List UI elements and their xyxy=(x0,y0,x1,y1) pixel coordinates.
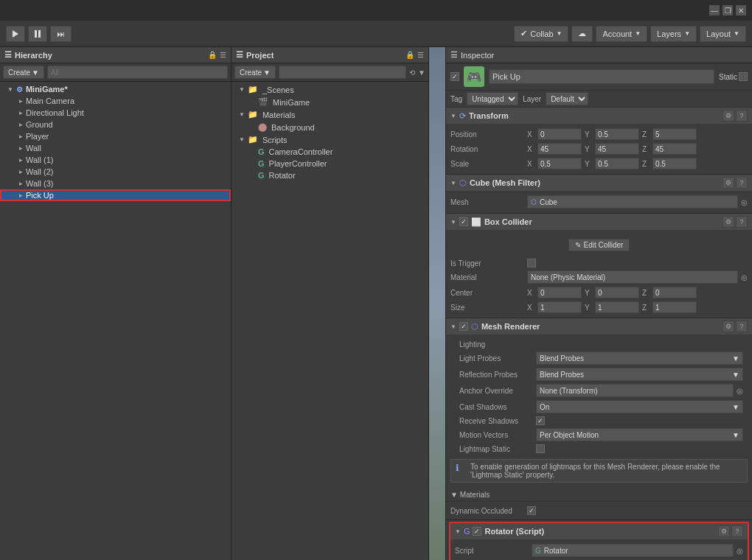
scale-z-input[interactable] xyxy=(652,158,697,169)
minimize-button[interactable]: — xyxy=(709,5,720,15)
project-create-button[interactable]: Create ▼ xyxy=(234,66,276,79)
layout-button[interactable]: Layout ▼ xyxy=(700,26,746,42)
layer-select[interactable]: Default xyxy=(546,92,588,105)
mesh-renderer-extra-icon[interactable]: ? xyxy=(736,321,748,332)
rotator-header[interactable]: ▼ G Rotator (Script) ⚙ ? xyxy=(450,523,748,539)
position-y-input[interactable] xyxy=(595,128,639,140)
object-name-field[interactable] xyxy=(489,69,714,84)
collab-button[interactable]: ✔ Collab ▼ xyxy=(514,26,568,42)
rotation-xyz: X Y Z xyxy=(527,143,748,155)
box-collider-header[interactable]: ▼ ⬜ Box Collider ⚙ ? xyxy=(446,214,752,230)
hierarchy-menu-icon[interactable]: ☰ xyxy=(220,51,226,59)
transform-settings-icon[interactable]: ⚙ xyxy=(723,110,734,122)
rotator-settings-icon[interactable]: ⚙ xyxy=(718,525,730,537)
transform-extra-icon[interactable]: ? xyxy=(736,110,748,122)
edit-collider-button[interactable]: ✎ Edit Collider xyxy=(568,239,630,251)
box-collider-settings-icon[interactable]: ⚙ xyxy=(723,216,734,228)
cloud-button[interactable]: ☁ xyxy=(571,26,593,42)
project-item-scripts[interactable]: ▼📁Scripts xyxy=(231,133,428,146)
project-item-rotator[interactable]: GRotator xyxy=(231,169,428,181)
light-probes-dropdown[interactable]: Blend Probes ▼ xyxy=(536,351,743,365)
size-y-input[interactable] xyxy=(595,301,639,313)
position-x-input[interactable] xyxy=(537,128,582,140)
mesh-select-icon[interactable]: ◎ xyxy=(741,198,748,206)
mesh-renderer-header[interactable]: ▼ ⬡ Mesh Renderer ⚙ ? xyxy=(446,318,752,335)
rotation-z-input[interactable] xyxy=(652,143,697,155)
mesh-renderer-enabled-checkbox[interactable] xyxy=(459,322,468,331)
lightmap-static-checkbox[interactable] xyxy=(536,444,545,453)
transform-expand-arrow: ▼ xyxy=(450,113,456,119)
project-item-cameracontroller[interactable]: GCameraController xyxy=(231,146,428,158)
layers-button[interactable]: Layers ▼ xyxy=(650,26,697,42)
maximize-button[interactable]: ❐ xyxy=(723,5,733,15)
hierarchy-item-directional-light[interactable]: ▸Directional Light xyxy=(0,107,231,119)
info-icon: ℹ xyxy=(456,463,466,473)
hierarchy-search-input[interactable] xyxy=(47,66,228,79)
script-row: Script G Rotator ◎ xyxy=(455,542,743,559)
scale-y-input[interactable] xyxy=(595,158,639,169)
center-x-input[interactable] xyxy=(537,287,582,298)
account-button[interactable]: Account ▼ xyxy=(596,26,647,42)
box-collider-enabled-checkbox[interactable] xyxy=(459,217,468,226)
transform-header[interactable]: ▼ ⟳ Transform ⚙ ? xyxy=(446,108,752,124)
project-item-materials[interactable]: ▼📁Materials xyxy=(231,108,428,121)
rotation-x-input[interactable] xyxy=(537,143,582,155)
project-menu-icon[interactable]: ☰ xyxy=(417,51,424,59)
hierarchy-item-label: Directional Light xyxy=(26,108,84,117)
hierarchy-panel-icons[interactable]: 🔒 ☰ xyxy=(208,51,226,59)
hierarchy-item-player[interactable]: ▸Player xyxy=(0,130,231,142)
hierarchy-item-wall-(2)[interactable]: ▸Wall (2) xyxy=(0,166,231,178)
close-button[interactable]: ✕ xyxy=(736,5,746,15)
hierarchy-lock-icon[interactable]: 🔒 xyxy=(208,51,217,59)
center-y-input[interactable] xyxy=(595,287,639,298)
hierarchy-item-wall-(1)[interactable]: ▸Wall (1) xyxy=(0,154,231,166)
step-button[interactable]: ⏭ xyxy=(50,26,72,42)
size-x-input[interactable] xyxy=(537,301,582,313)
mesh-renderer-settings-icon[interactable]: ⚙ xyxy=(723,321,734,332)
light-probes-row: Light Probes Blend Probes ▼ xyxy=(459,350,743,366)
hierarchy-item-wall-(3)[interactable]: ▸Wall (3) xyxy=(0,178,231,189)
mesh-row: Mesh ⬡ Cube ◎ xyxy=(450,194,748,210)
static-checkbox[interactable] xyxy=(739,72,748,81)
object-active-checkbox[interactable] xyxy=(450,72,459,81)
scale-x-input[interactable] xyxy=(537,158,582,169)
rotator-extra-icon[interactable]: ? xyxy=(731,525,743,537)
center-z-input[interactable] xyxy=(652,287,697,298)
hierarchy-item-wall[interactable]: ▸Wall xyxy=(0,142,231,154)
collider-material-select-icon[interactable]: ◎ xyxy=(741,273,748,281)
project-filter-icon: ▼ xyxy=(418,69,425,77)
script-select-icon[interactable]: ◎ xyxy=(737,547,743,555)
play-button[interactable] xyxy=(6,26,25,42)
project-item-minigame[interactable]: 🎬MiniGame xyxy=(231,96,428,108)
mesh-filter-settings-icon[interactable]: ⚙ xyxy=(723,177,734,189)
project-item-_scenes[interactable]: ▼📁_Scenes xyxy=(231,83,428,96)
script-field: G Rotator xyxy=(532,544,734,557)
position-z-input[interactable] xyxy=(652,128,697,140)
size-z-input[interactable] xyxy=(652,301,697,313)
project-item-background[interactable]: ⬤Background xyxy=(231,121,428,133)
hierarchy-item-ground[interactable]: ▸Ground xyxy=(0,119,231,130)
hierarchy-item-pick-up[interactable]: ▸Pick Up xyxy=(0,189,231,201)
motion-vectors-dropdown[interactable]: Per Object Motion ▼ xyxy=(536,428,743,441)
hierarchy-item-main-camera[interactable]: ▸Main Camera xyxy=(0,95,231,107)
receive-shadows-checkbox[interactable] xyxy=(536,416,545,425)
mesh-filter-header[interactable]: ▼ ⬡ Cube (Mesh Filter) ⚙ ? xyxy=(446,175,752,191)
is-trigger-checkbox[interactable] xyxy=(527,259,536,267)
project-item-playercontroller[interactable]: GPlayerController xyxy=(231,158,428,169)
project-panel-icons[interactable]: 🔒 ☰ xyxy=(405,51,424,59)
box-collider-extra-icon[interactable]: ? xyxy=(736,216,748,228)
pause-button[interactable] xyxy=(28,26,47,42)
rotator-enabled-checkbox[interactable] xyxy=(473,527,481,536)
window-controls[interactable]: — ❐ ✕ xyxy=(709,5,746,15)
hierarchy-create-button[interactable]: Create ▼ xyxy=(3,66,44,79)
tag-select[interactable]: Untagged xyxy=(467,92,518,105)
dynamic-occluded-checkbox[interactable] xyxy=(527,506,536,515)
mesh-filter-extra-icon[interactable]: ? xyxy=(736,177,748,189)
reflection-probes-dropdown[interactable]: Blend Probes ▼ xyxy=(536,368,743,381)
project-lock-icon[interactable]: 🔒 xyxy=(405,51,414,59)
hierarchy-item-minigame*[interactable]: ▼⚙MiniGame* xyxy=(0,83,231,95)
project-search-input[interactable] xyxy=(279,66,406,79)
cast-shadows-dropdown[interactable]: On ▼ xyxy=(536,400,743,413)
anchor-override-select-icon[interactable]: ◎ xyxy=(737,387,743,395)
rotation-y-input[interactable] xyxy=(595,143,639,155)
